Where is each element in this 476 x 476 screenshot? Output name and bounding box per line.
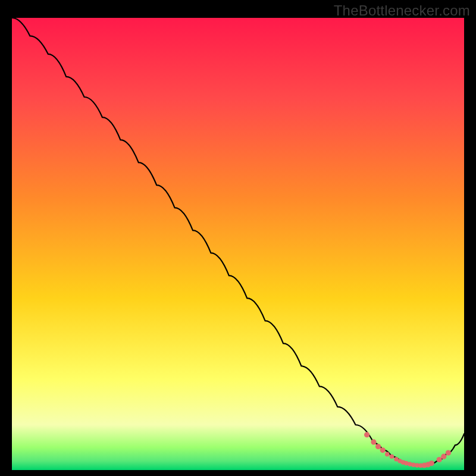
- data-point: [446, 450, 451, 456]
- data-point: [375, 444, 381, 449]
- gradient-background: [12, 18, 464, 470]
- data-point: [429, 461, 434, 466]
- plot-area: [12, 18, 464, 470]
- chart-container: TheBottlenecker.com: [0, 0, 476, 476]
- data-point: [371, 439, 376, 444]
- data-point: [385, 452, 390, 457]
- watermark-text: TheBottlenecker.com: [334, 2, 470, 19]
- chart-svg: [12, 18, 464, 470]
- data-point: [437, 457, 442, 462]
- data-point: [390, 454, 394, 459]
- data-point: [441, 454, 446, 459]
- data-point: [364, 432, 369, 437]
- data-point: [380, 447, 386, 453]
